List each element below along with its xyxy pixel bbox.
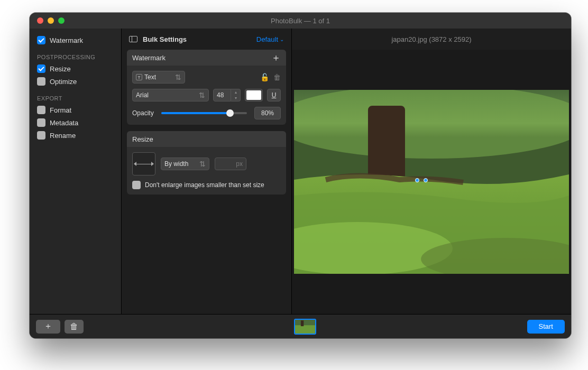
text-type-icon: T: [136, 74, 142, 80]
watermark-type-value: Text: [144, 73, 156, 81]
sidebar-item-label: Metadata: [50, 119, 78, 127]
sidebar-item-optimize[interactable]: Optimize: [36, 75, 115, 88]
sidebar-item-rename[interactable]: Rename: [36, 129, 115, 142]
resize-handle[interactable]: [424, 178, 428, 182]
svg-rect-4: [368, 106, 405, 180]
sidebar-item-resize[interactable]: Resize: [36, 62, 115, 75]
sidebar-item-metadata[interactable]: Metadata: [36, 116, 115, 129]
settings-header: Bulk Settings Default ⌄: [122, 29, 291, 50]
sidebar-item-format[interactable]: Format: [36, 104, 115, 116]
preset-label: Default: [256, 35, 278, 43]
sidebar-header-export: EXPORT: [37, 95, 115, 101]
add-image-button[interactable]: ＋: [36, 320, 60, 334]
app-window: PhotoBulk — 1 of 1 Watermark POSTPROCESS…: [30, 13, 571, 338]
opacity-label: Opacity: [132, 109, 154, 117]
delete-image-button[interactable]: 🗑: [65, 320, 84, 334]
sidebar-item-label: Watermark: [50, 36, 83, 44]
font-select[interactable]: Arial ⇅: [132, 89, 209, 101]
resize-mode-value: By width: [164, 160, 188, 168]
titlebar: PhotoBulk — 1 of 1: [30, 13, 571, 29]
settings-title: Bulk Settings: [143, 35, 251, 43]
chevron-updown-icon: ⇅: [175, 73, 181, 81]
panel-title: Watermark: [132, 54, 166, 62]
plus-icon: ＋: [44, 321, 52, 332]
resize-mode-select[interactable]: By width ⇅: [161, 158, 209, 170]
panels-icon: [129, 36, 137, 42]
resize-width-input[interactable]: px: [215, 158, 246, 170]
sidebar: Watermark POSTPROCESSING Resize Optimize…: [30, 29, 122, 314]
opacity-value[interactable]: 80%: [254, 107, 281, 119]
resize-dimension-icon: [132, 152, 155, 175]
resize-handle[interactable]: [415, 178, 419, 182]
checkbox-icon[interactable]: [37, 36, 45, 44]
color-swatch[interactable]: [245, 89, 263, 101]
sidebar-item-label: Optimize: [50, 78, 77, 86]
chevron-down-icon: ▾: [231, 95, 240, 101]
checkbox-icon[interactable]: [37, 77, 45, 86]
chevron-down-icon: ⌄: [280, 36, 284, 42]
trash-icon[interactable]: 🗑: [273, 73, 281, 81]
svg-rect-9: [301, 320, 304, 326]
resize-panel-header: Resize: [127, 131, 286, 147]
underline-toggle[interactable]: U: [267, 89, 281, 101]
sidebar-header-postprocessing: POSTPROCESSING: [37, 54, 115, 60]
window-title: PhotoBulk — 1 of 1: [30, 17, 571, 25]
no-enlarge-row[interactable]: Don't enlarge images smaller than set si…: [132, 181, 281, 189]
font-value: Arial: [136, 91, 149, 99]
sidebar-item-label: Format: [50, 106, 71, 114]
no-enlarge-label: Don't enlarge images smaller than set si…: [145, 181, 264, 189]
watermark-type-select[interactable]: T Text ⇅: [132, 71, 185, 84]
svg-point-3: [294, 90, 569, 159]
svg-rect-7: [295, 320, 315, 326]
svg-rect-0: [130, 36, 137, 42]
checkbox-icon[interactable]: [37, 118, 45, 127]
watermark-panel-header: Watermark ＋: [127, 50, 286, 66]
font-size-stepper[interactable]: ▴ ▾: [231, 89, 241, 101]
resize-panel: Resize By width ⇅: [127, 131, 286, 195]
image-thumbnail[interactable]: [294, 319, 316, 335]
px-suffix: px: [236, 160, 243, 168]
trash-icon: 🗑: [70, 322, 78, 331]
preset-dropdown[interactable]: Default ⌄: [256, 35, 284, 43]
minimize-window-button[interactable]: [48, 17, 54, 24]
add-watermark-button[interactable]: ＋: [271, 53, 281, 62]
opacity-slider[interactable]: [161, 112, 247, 114]
fullscreen-window-button[interactable]: [58, 17, 65, 24]
settings-column: Bulk Settings Default ⌄ Watermark ＋: [122, 29, 292, 314]
preview-column: japan20.jpg (3872 x 2592): [292, 29, 571, 314]
sidebar-item-watermark[interactable]: Watermark: [36, 34, 115, 47]
checkbox-icon[interactable]: [132, 181, 141, 189]
font-size-input[interactable]: 48: [213, 89, 231, 101]
preview-image: [294, 90, 569, 274]
watermark-panel: Watermark ＋ T Text: [127, 50, 286, 125]
panel-title: Resize: [132, 135, 153, 143]
start-button[interactable]: Start: [527, 320, 565, 334]
checkbox-icon[interactable]: [37, 64, 45, 73]
preview-canvas[interactable]: [292, 50, 571, 314]
sidebar-item-label: Resize: [50, 65, 71, 73]
close-window-button[interactable]: [37, 17, 43, 24]
bottom-bar: ＋ 🗑 Start: [30, 314, 571, 338]
svg-rect-8: [295, 325, 315, 334]
chevron-up-icon: ▴: [231, 89, 240, 95]
preview-filename: japan20.jpg (3872 x 2592): [292, 29, 571, 50]
checkbox-icon[interactable]: [37, 131, 45, 140]
chevron-updown-icon: ⇅: [199, 91, 205, 99]
unlock-icon[interactable]: 🔓: [260, 73, 269, 81]
checkbox-icon[interactable]: [37, 106, 45, 114]
chevron-updown-icon: ⇅: [199, 160, 206, 168]
sidebar-item-label: Rename: [50, 132, 76, 140]
watermark-text-handles[interactable]: [415, 178, 428, 182]
